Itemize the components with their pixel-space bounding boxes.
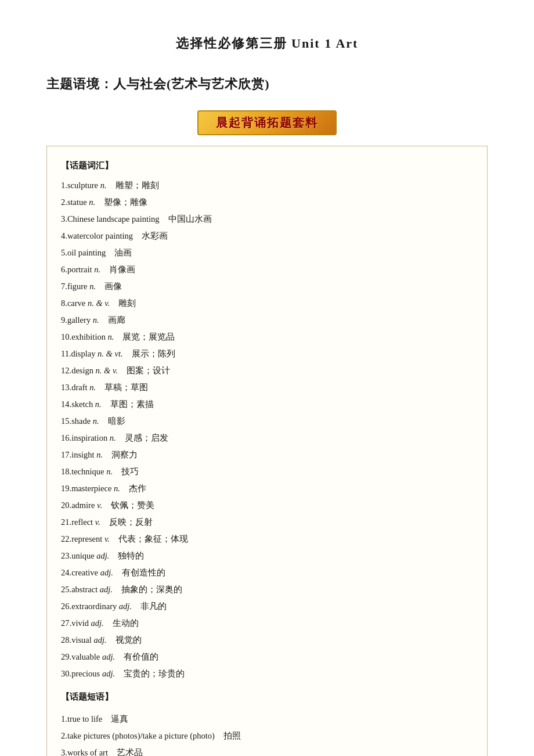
list-item: 16.inspiration n. 灵感；启发 — [61, 430, 473, 447]
phrase-section-header: 【话题短语】 — [61, 692, 473, 703]
list-item: 23.unique adj. 独特的 — [61, 548, 473, 564]
list-item: 20.admire v. 钦佩；赞美 — [61, 497, 473, 514]
list-item: 6.portrait n. 肖像画 — [61, 261, 473, 278]
list-item: 29.valuable adj. 有价值的 — [61, 649, 473, 665]
page-title: 选择性必修第三册 Unit 1 Art — [46, 35, 488, 52]
list-item: 9.gallery n. 画廊 — [61, 312, 473, 329]
list-item: 26.extraordinary adj. 非凡的 — [61, 598, 473, 615]
phrase-list: 1.true to life 逼真 2.take pictures (photo… — [61, 711, 473, 756]
vocabulary-list: 1.sculpture n. 雕塑；雕刻 2.statue n. 塑像；雕像 3… — [61, 177, 473, 682]
vocab-section-header: 【话题词汇】 — [61, 160, 473, 171]
list-item: 2.take pictures (photos)/take a picture … — [61, 728, 473, 744]
list-item: 28.visual adj. 视觉的 — [61, 632, 473, 649]
list-item: 11.display n. & vt. 展示；陈列 — [61, 345, 473, 362]
list-item: 2.statue n. 塑像；雕像 — [61, 194, 473, 211]
list-item: 3.Chinese landscape painting 中国山水画 — [61, 211, 473, 228]
list-item: 7.figure n. 画像 — [61, 278, 473, 295]
list-item: 4.watercolor painting 水彩画 — [61, 228, 473, 244]
list-item: 27.vivid adj. 生动的 — [61, 615, 473, 632]
list-item: 19.masterpiece n. 杰作 — [61, 480, 473, 497]
list-item: 13.draft n. 草稿；草图 — [61, 379, 473, 396]
list-item: 5.oil painting 油画 — [61, 244, 473, 261]
list-item: 8.carve n. & v. 雕刻 — [61, 295, 473, 312]
theme-title: 主题语境：人与社会(艺术与艺术欣赏) — [46, 75, 488, 93]
list-item: 17.insight n. 洞察力 — [61, 447, 473, 463]
list-item: 10.exhibition n. 展览；展览品 — [61, 329, 473, 345]
list-item: 12.design n. & v. 图案；设计 — [61, 362, 473, 379]
list-item: 22.represent v. 代表；象征；体现 — [61, 531, 473, 548]
list-item: 18.technique n. 技巧 — [61, 463, 473, 480]
list-item: 21.reflect v. 反映；反射 — [61, 514, 473, 531]
list-item: 3.works of art 艺术品 — [61, 744, 473, 756]
list-item: 15.shade n. 暗影 — [61, 413, 473, 430]
list-item: 14.sketch n. 草图；素描 — [61, 396, 473, 413]
list-item: 25.abstract adj. 抽象的；深奥的 — [61, 581, 473, 598]
list-item: 24.creative adj. 有创造性的 — [61, 564, 473, 581]
banner: 晨起背诵拓题套料 — [197, 110, 337, 135]
list-item: 1.true to life 逼真 — [61, 711, 473, 728]
list-item: 1.sculpture n. 雕塑；雕刻 — [61, 177, 473, 194]
content-box: 【话题词汇】 1.sculpture n. 雕塑；雕刻 2.statue n. … — [46, 146, 488, 756]
list-item: 30.precious adj. 宝贵的；珍贵的 — [61, 665, 473, 682]
